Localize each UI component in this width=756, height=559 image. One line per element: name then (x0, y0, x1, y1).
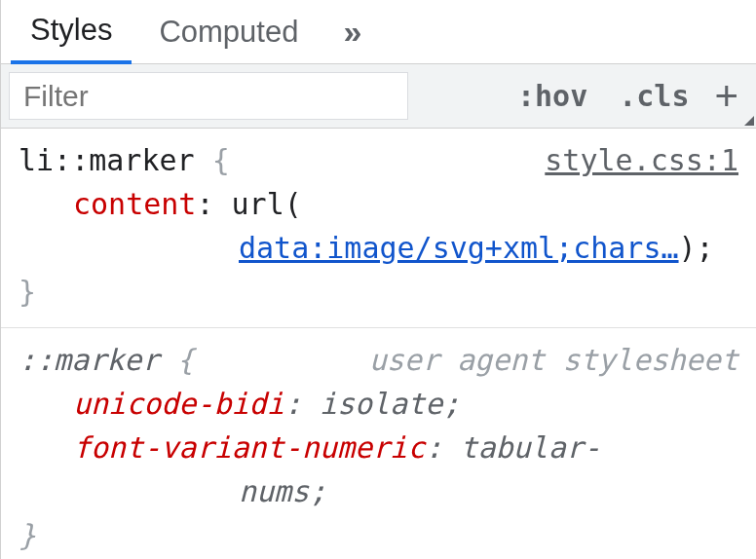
url-value-link[interactable]: data:image/svg+xml;chars… (239, 231, 679, 265)
hover-toggle-button[interactable]: :hov (502, 64, 603, 128)
dropdown-triangle-icon (744, 116, 754, 126)
property-value: isolate; (320, 387, 461, 421)
property-value-suffix: ); (679, 231, 714, 265)
declaration: font-variant-numeric: tabular- nums; (19, 426, 738, 513)
user-agent-rule: ::marker { user agent stylesheet unicode… (1, 328, 756, 559)
property-value-line2: nums; (73, 469, 738, 513)
selector-text[interactable]: li::marker (19, 143, 195, 177)
property-value-prefix: url( (232, 187, 302, 221)
tab-computed[interactable]: Computed (139, 0, 318, 63)
property-value-line1: tabular- (460, 430, 601, 465)
class-toggle-button[interactable]: .cls (603, 64, 704, 128)
source-link[interactable]: style.css:1 (545, 138, 738, 182)
tab-overflow-icon[interactable]: » (325, 13, 381, 51)
declaration[interactable]: content: url( data:image/svg+xml;chars…)… (19, 182, 738, 270)
close-brace: } (19, 270, 738, 314)
styles-panel: Styles Computed » :hov .cls + li::marker… (0, 0, 756, 559)
property-name: font-variant-numeric (73, 430, 425, 465)
filter-input[interactable] (9, 72, 408, 120)
property-name: unicode-bidi (73, 387, 284, 421)
tab-bar: Styles Computed » (1, 0, 756, 64)
new-style-rule-button[interactable]: + (704, 64, 756, 128)
tab-styles[interactable]: Styles (11, 1, 132, 64)
selector-text: ::marker (19, 343, 160, 377)
styles-toolbar: :hov .cls + (1, 64, 756, 129)
declaration: unicode-bidi: isolate; (19, 382, 738, 426)
style-rule[interactable]: li::marker { style.css:1 content: url( d… (1, 129, 756, 328)
user-agent-label: user agent stylesheet (369, 338, 738, 382)
open-brace: { (212, 143, 230, 177)
open-brace: { (177, 343, 195, 377)
close-brace: } (19, 513, 738, 557)
plus-icon: + (714, 76, 738, 117)
property-name[interactable]: content (73, 187, 196, 221)
